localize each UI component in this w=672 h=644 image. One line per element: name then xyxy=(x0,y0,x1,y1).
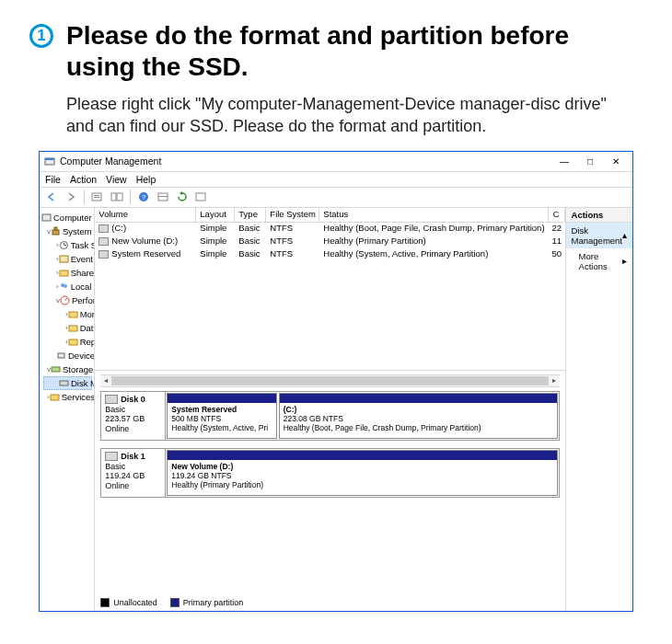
col-volume[interactable]: Volume xyxy=(95,208,196,222)
svg-rect-5 xyxy=(111,193,116,201)
tree-monitoring-tools[interactable]: ›Monitoring Tools xyxy=(41,307,92,321)
disk-0-row[interactable]: Disk 0 Basic223.57 GBOnline System Reser… xyxy=(100,391,559,441)
tree-task-scheduler[interactable]: ›Task Scheduler xyxy=(41,238,92,252)
tree-storage[interactable]: vStorage xyxy=(41,362,92,376)
actions-header: Actions xyxy=(566,208,632,223)
help-icon[interactable]: ? xyxy=(135,189,152,205)
svg-rect-16 xyxy=(60,256,68,262)
minimize-button[interactable]: — xyxy=(551,152,577,170)
disk-graphical-view: ◂▸ Disk 0 Basic223.57 GBOnline System Re… xyxy=(95,370,564,611)
legend-primary-swatch xyxy=(170,598,180,607)
screenshot-frame: Computer Management — □ ✕ File Action Vi… xyxy=(39,151,633,612)
col-filesystem[interactable]: File System xyxy=(266,208,319,222)
svg-rect-10 xyxy=(158,196,168,197)
title-bar: Computer Management — □ ✕ xyxy=(40,152,632,172)
toolbar: ? xyxy=(40,188,632,208)
action-disk-management[interactable]: Disk Management▴ xyxy=(566,223,632,248)
nav-tree[interactable]: Computer Management (Local vSystem Tools… xyxy=(40,208,95,611)
close-button[interactable]: ✕ xyxy=(603,152,629,170)
action-more-actions[interactable]: More Actions▸ xyxy=(566,248,632,274)
volume-table-header: Volume Layout Type File System Status C xyxy=(95,208,564,223)
menu-view[interactable]: View xyxy=(106,174,127,185)
disk-1-partition-1[interactable]: New Volume (D:)119.24 GB NTFSHealthy (Pr… xyxy=(167,450,557,496)
refresh-icon[interactable] xyxy=(174,189,191,205)
svg-rect-26 xyxy=(60,381,68,385)
col-capacity[interactable]: C xyxy=(549,208,565,222)
toolbar-icon[interactable] xyxy=(89,189,106,205)
menu-file[interactable]: File xyxy=(45,174,61,185)
svg-rect-25 xyxy=(52,367,60,372)
disk-0-partition-1[interactable]: System Reserved500 MB NTFSHealthy (Syste… xyxy=(167,393,276,439)
maximize-button[interactable]: □ xyxy=(577,152,603,170)
tree-shared-folders[interactable]: ›Shared Folders xyxy=(41,266,92,280)
menu-bar: File Action View Help xyxy=(40,172,632,188)
volume-table-body: (C:)SimpleBasicNTFSHealthy (Boot, Page F… xyxy=(95,223,564,370)
table-row[interactable]: System ReservedSimpleBasicNTFSHealthy (S… xyxy=(95,248,564,261)
app-icon xyxy=(43,155,56,167)
tree-device-manager[interactable]: Device Manager xyxy=(41,349,92,362)
tree-disk-management[interactable]: Disk Management xyxy=(43,376,92,390)
svg-rect-22 xyxy=(69,326,77,331)
legend-unallocated-swatch xyxy=(100,598,110,607)
tree-services[interactable]: ›Services and Applications xyxy=(41,390,92,404)
disk-1-row[interactable]: Disk 1 Basic119.24 GBOnline New Volume (… xyxy=(100,448,559,498)
svg-point-19 xyxy=(64,284,67,288)
step-bullet: 1 xyxy=(29,24,53,48)
tree-data-collector[interactable]: ›Data Collector Sets xyxy=(41,321,92,335)
tree-system-tools[interactable]: vSystem Tools xyxy=(41,224,92,238)
svg-text:?: ? xyxy=(142,193,146,201)
svg-rect-6 xyxy=(117,193,122,201)
step-description: Please right click "My computer-Manageme… xyxy=(0,89,672,151)
toolbar-icon[interactable] xyxy=(109,189,125,205)
chevron-right-icon: ▸ xyxy=(622,256,627,266)
svg-rect-27 xyxy=(51,395,59,400)
svg-rect-23 xyxy=(69,339,77,345)
disk-0-header: Disk 0 Basic223.57 GBOnline xyxy=(101,392,166,440)
table-row[interactable]: (C:)SimpleBasicNTFSHealthy (Boot, Page F… xyxy=(95,223,564,236)
back-button[interactable] xyxy=(43,189,60,205)
horizontal-scrollbar[interactable]: ◂▸ xyxy=(100,374,559,387)
svg-rect-14 xyxy=(54,227,57,230)
svg-rect-17 xyxy=(60,270,68,276)
step-title: Please do the format and partition befor… xyxy=(66,20,643,82)
tree-local-users[interactable]: ›Local Users and Groups xyxy=(41,280,92,293)
main-panel: Volume Layout Type File System Status C … xyxy=(95,208,564,611)
actions-pane: Actions Disk Management▴ More Actions▸ xyxy=(565,208,632,611)
toolbar-icon[interactable] xyxy=(193,189,210,205)
disk-0-partition-2[interactable]: (C:)223.08 GB NTFSHealthy (Boot, Page Fi… xyxy=(279,393,558,439)
collapse-icon: ▴ xyxy=(622,230,627,240)
svg-rect-4 xyxy=(94,197,99,198)
tree-reports[interactable]: ›Reports xyxy=(41,335,92,349)
svg-rect-11 xyxy=(196,193,205,201)
svg-rect-12 xyxy=(42,214,51,221)
partition-legend: Unallocated Primary partition xyxy=(100,598,243,607)
tree-event-viewer[interactable]: ›Event Viewer xyxy=(41,252,92,266)
tree-performance[interactable]: vPerformance xyxy=(41,293,92,307)
svg-rect-3 xyxy=(94,195,99,196)
forward-button[interactable] xyxy=(63,189,79,205)
svg-rect-24 xyxy=(58,353,64,358)
col-layout[interactable]: Layout xyxy=(196,208,235,222)
menu-action[interactable]: Action xyxy=(70,174,97,185)
svg-rect-13 xyxy=(52,230,59,235)
svg-rect-1 xyxy=(45,158,54,160)
col-status[interactable]: Status xyxy=(319,208,548,222)
svg-rect-21 xyxy=(69,312,77,317)
table-row[interactable]: New Volume (D:)SimpleBasicNTFSHealthy (P… xyxy=(95,236,564,248)
disk-1-header: Disk 1 Basic119.24 GBOnline xyxy=(101,449,166,497)
col-type[interactable]: Type xyxy=(235,208,266,222)
window-title: Computer Management xyxy=(60,155,161,167)
toolbar-icon[interactable] xyxy=(155,189,171,205)
tree-root[interactable]: Computer Management (Local xyxy=(41,211,92,224)
menu-help[interactable]: Help xyxy=(136,174,156,185)
